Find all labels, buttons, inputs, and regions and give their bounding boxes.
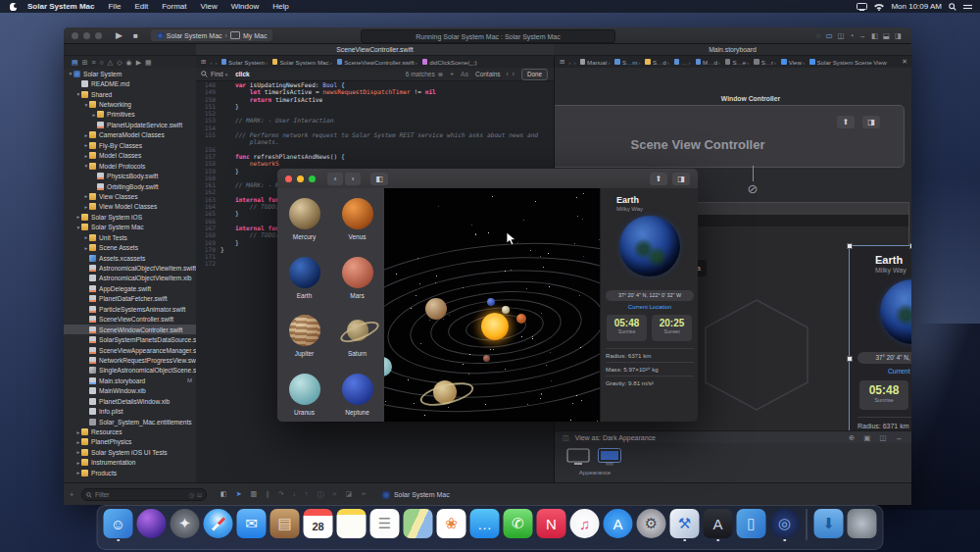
display-mirroring-icon[interactable]	[857, 3, 867, 11]
back-icon[interactable]: ‹	[568, 59, 570, 66]
menu-item-file[interactable]: File	[101, 0, 127, 13]
dock-item-xcode[interactable]: ⚒	[670, 509, 700, 538]
notification-center-icon[interactable]	[963, 3, 972, 11]
close-button[interactable]	[72, 32, 78, 39]
back-icon[interactable]: ‹	[210, 59, 212, 66]
file-row-assets-xcassets[interactable]: Assets.xcassets	[64, 253, 196, 263]
file-row-planetdetailswindow-xib[interactable]: PlanetDetailsWindow.xib	[64, 396, 196, 406]
debug-session[interactable]: Solar System Mac	[382, 491, 450, 499]
file-row-orbitingbody-swift[interactable]: OrbitingBody.swift	[64, 181, 196, 191]
back-button[interactable]: ‹	[327, 173, 343, 185]
apple-menu-icon[interactable]	[10, 3, 17, 11]
debug-navigator-icon[interactable]: ◉	[126, 59, 132, 67]
planet-item-saturn[interactable]: Saturn	[331, 309, 384, 362]
segue-circle-icon[interactable]: ⊘	[745, 181, 760, 197]
dock-item-photos[interactable]: ❀	[437, 509, 466, 538]
dock-item-messages[interactable]: …	[470, 509, 500, 538]
spotlight-icon[interactable]	[949, 3, 956, 11]
zoom-button[interactable]	[309, 176, 316, 182]
tab-sceneviewcontroller[interactable]: SceneViewController.swift	[196, 44, 555, 55]
storyboard-earth-detail-view[interactable]: Earth Milky Way 37° 20' 4" N, 122° 0' 32…	[849, 245, 911, 430]
file-row-solar-system-ios-ui-tests[interactable]: ▸Solar System iOS UI Tests	[64, 447, 196, 457]
planet-item-earth[interactable]: Earth	[278, 251, 331, 304]
resize-handle[interactable]	[909, 243, 911, 249]
file-row-model-protocols[interactable]: ▾Model Protocols	[64, 161, 196, 171]
file-row-main-storyboard[interactable]: Main.storyboardM	[64, 376, 196, 385]
match-case-button[interactable]: Aa	[461, 71, 468, 77]
clear-search-icon[interactable]: ⊗	[438, 71, 443, 78]
share-icon[interactable]: ⬆	[650, 173, 667, 185]
breakpoints-icon[interactable]: ➤	[236, 490, 242, 500]
planet-item-jupiter[interactable]: Jupiter	[278, 309, 331, 362]
test-navigator-icon[interactable]: ◇	[117, 59, 122, 67]
breadcrumb-item[interactable]: Manual	[587, 59, 607, 66]
file-row-solarsystemplanetsdatasource-swift[interactable]: SolarSystemPlanetsDataSource.swift	[64, 334, 196, 344]
dock-item-itunes[interactable]: ♫	[570, 509, 600, 538]
next-match-button[interactable]: ›	[513, 71, 514, 77]
step-out-icon[interactable]: ↑	[305, 490, 309, 500]
planet-item-mercury[interactable]: Mercury	[278, 192, 331, 245]
related-items-icon[interactable]: ⊞	[560, 58, 564, 66]
app-titlebar[interactable]: ‹ › ◧ ⬆ ◨	[277, 169, 698, 189]
code-line[interactable]: 155 /// Performs network request to Sola…	[196, 131, 554, 138]
navigator-toggle-icon[interactable]: →	[858, 31, 866, 40]
dock-item-facetime[interactable]: ✆	[504, 509, 533, 538]
dock-item-downloads[interactable]: ⬇	[814, 509, 844, 538]
breadcrumb-item[interactable]: didClickScene(_:)	[429, 59, 477, 66]
dock-item-siri[interactable]	[137, 509, 167, 538]
find-mode-select[interactable]: Contains	[475, 71, 501, 77]
file-row-planetupdateservice-swift[interactable]: PlanetUpdateService.swift	[64, 120, 196, 129]
breadcrumb-item[interactable]: S…d	[653, 59, 666, 66]
file-row-info-plist[interactable]: Info.plist	[64, 406, 196, 416]
source-control-filter-icon[interactable]: ⊡	[197, 491, 202, 498]
file-row-view-classes[interactable]: ▸View Classes	[64, 191, 196, 201]
code-line[interactable]: 148 var isUpdatingNewsFeed: Bool {	[196, 81, 554, 88]
dock-item-launchpad[interactable]: ✦	[171, 509, 200, 538]
environment-overrides-icon[interactable]: ◪	[345, 490, 352, 500]
dock-item-maps[interactable]	[404, 509, 433, 538]
menu-item-help[interactable]: Help	[266, 0, 295, 13]
symbol-navigator-icon[interactable]: ≡	[92, 59, 96, 66]
resize-handle[interactable]	[847, 356, 853, 362]
simulate-location-icon[interactable]: ➣	[361, 490, 367, 500]
filter-field[interactable]: Filter ◷ ⊡	[81, 488, 207, 501]
dock-item-configurator[interactable]: ▯	[737, 509, 766, 538]
planet-item-mars[interactable]: Mars	[331, 251, 384, 304]
breadcrumb-item[interactable]: SceneViewController.swift	[344, 59, 414, 66]
file-row-astronomicalobjectviewitem-xib[interactable]: AstronomicalObjectViewItem.xib	[64, 274, 196, 283]
menu-item-format[interactable]: Format	[155, 0, 193, 13]
file-row-fly-by-classes[interactable]: ▸Fly-By Classes	[64, 140, 196, 150]
code-line[interactable]: 153 // MARK: - User Interaction	[196, 117, 554, 124]
tab-main-storyboard[interactable]: Main.storyboard	[554, 44, 911, 55]
code-line[interactable]: 156	[196, 146, 554, 153]
breadcrumb-item[interactable]: …	[681, 59, 687, 66]
close-button[interactable]	[285, 176, 292, 182]
debug-area-toggle-icon[interactable]: ◧	[220, 490, 227, 500]
add-navigator-item-icon[interactable]: +	[70, 491, 74, 498]
file-row-view-model-classes[interactable]: ▸View Model Classes	[64, 202, 196, 212]
file-row-readme-md[interactable]: README.md	[64, 78, 196, 88]
file-row-mainwindow-xib[interactable]: MainWindow.xib	[64, 386, 196, 396]
minimize-button[interactable]	[297, 176, 304, 182]
related-items-icon[interactable]: ⊞	[201, 58, 206, 66]
file-row-resources[interactable]: ▸Resources	[64, 427, 196, 436]
run-button[interactable]: ▶	[116, 30, 122, 40]
file-row-sceneviewcontroller-swift[interactable]: SceneViewController.swift	[64, 315, 196, 325]
file-row-networking[interactable]: ▾Networking	[64, 99, 196, 109]
sidebar-toggle-icon[interactable]: ◧	[370, 173, 388, 185]
file-row-cameramodel-classes[interactable]: ▸CameraModel Classes	[64, 130, 196, 140]
step-into-icon[interactable]: ↓	[293, 490, 297, 500]
stop-button[interactable]: ■	[133, 31, 138, 40]
dock-item-calendar[interactable]: 28	[304, 509, 333, 538]
find-query-input[interactable]: click	[235, 71, 249, 77]
zoom-button[interactable]	[95, 32, 102, 39]
dock-item-contacts[interactable]: ▤	[270, 509, 300, 538]
file-row-solar-system-ios[interactable]: ▸Solar System iOS	[64, 212, 196, 222]
breadcrumb-item[interactable]: Solar System Mac	[279, 59, 328, 66]
breadcrumb-item[interactable]: Solar System Scene View	[817, 59, 887, 66]
planet-item-neptune[interactable]: Neptune	[331, 368, 384, 421]
debug-area-toggle-icon[interactable]: ◧	[871, 31, 878, 40]
find-scope-label[interactable]: Find	[211, 71, 223, 77]
dock-item-reminders[interactable]: ☰	[370, 509, 400, 538]
done-button[interactable]: Done	[521, 69, 548, 80]
